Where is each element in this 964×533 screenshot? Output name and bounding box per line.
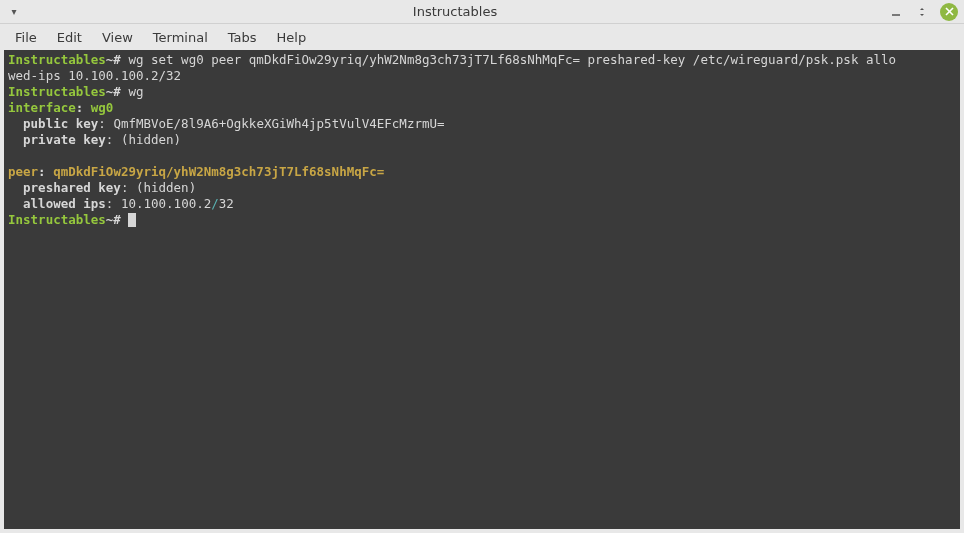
minimize-button[interactable] [888,4,904,20]
prompt-host: Instructables [8,84,106,99]
colon: : [106,132,114,147]
pubkey-value: QmfMBVoE/8l9A6+OgkkeXGiWh4jp5tVulV4EFcMz… [113,116,444,131]
interface-label: interface [8,100,76,115]
close-icon [945,7,954,16]
psk-value: (hidden) [136,180,196,195]
window-controls [888,3,958,21]
window-title: Instructables [22,4,888,19]
pubkey-label: public key [23,116,98,131]
menubar: File Edit View Terminal Tabs Help [0,24,964,50]
privkey-label: private key [23,132,106,147]
close-button[interactable] [940,3,958,21]
allowed-mask: 32 [219,196,234,211]
psk-label: preshared key [23,180,121,195]
privkey-value: (hidden) [121,132,181,147]
menu-terminal[interactable]: Terminal [144,27,217,48]
menu-help[interactable]: Help [268,27,316,48]
allowed-slash: / [211,196,219,211]
maximize-button[interactable] [914,4,930,20]
peer-label: peer [8,164,38,179]
menu-file[interactable]: File [6,27,46,48]
terminal-window: ▾ Instructables File Edit View Terminal … [0,0,964,533]
colon: : [121,180,129,195]
command-line-2: wg [121,84,144,99]
app-menu-icon[interactable]: ▾ [6,6,22,17]
maximize-icon [917,7,927,17]
prompt-host: Instructables [8,52,106,67]
interface-name: wg0 [91,100,114,115]
prompt-sep: ~# [106,212,121,227]
menu-view[interactable]: View [93,27,142,48]
prompt-host: Instructables [8,212,106,227]
menu-edit[interactable]: Edit [48,27,91,48]
colon: : [106,196,114,211]
cursor-block [128,213,136,227]
terminal-output[interactable]: Instructables~# wg set wg0 peer qmDkdFiO… [4,50,960,529]
command-line-1-wrap: wed-ips 10.100.100.2/32 [8,68,181,83]
prompt-sep: ~# [106,84,121,99]
terminal-container: Instructables~# wg set wg0 peer qmDkdFiO… [0,50,964,533]
peer-value: qmDkdFiOw29yriq/yhW2Nm8g3ch73jT7Lf68sNhM… [53,164,384,179]
titlebar[interactable]: ▾ Instructables [0,0,964,24]
colon: : [98,116,106,131]
minimize-icon [891,7,901,17]
allowed-ips-label: allowed ips [23,196,106,211]
colon: : [38,164,46,179]
command-line-1: wg set wg0 peer qmDkdFiOw29yriq/yhW2Nm8g… [121,52,896,67]
prompt-sep: ~# [106,52,121,67]
menu-tabs[interactable]: Tabs [219,27,266,48]
allowed-ip: 10.100.100.2 [121,196,211,211]
colon: : [76,100,84,115]
